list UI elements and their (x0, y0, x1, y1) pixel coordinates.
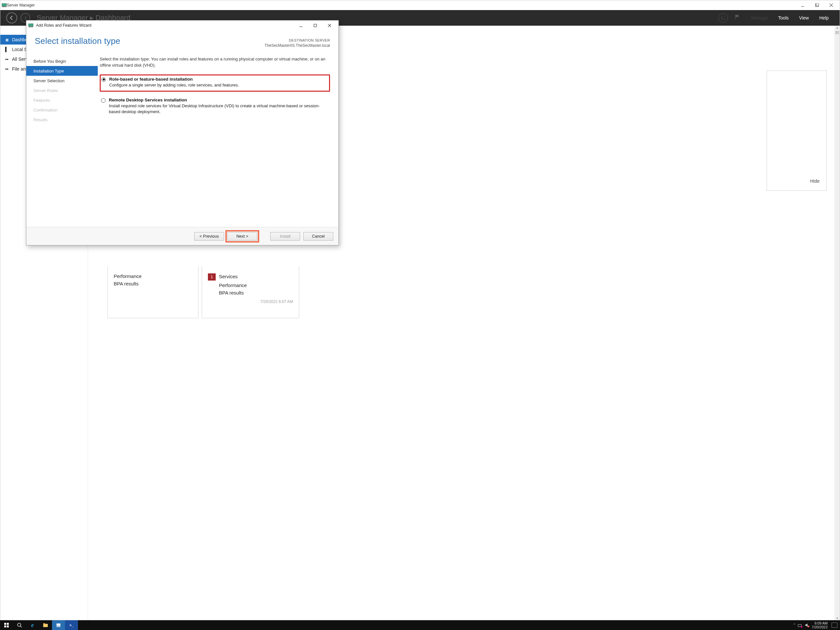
install-button: Install (270, 232, 300, 241)
step-server-selection[interactable]: Server Selection (26, 76, 98, 85)
dialog-title: Add Roles and Features Wizard (36, 23, 91, 28)
svg-rect-7 (28, 24, 33, 26)
add-roles-wizard-dialog: Add Roles and Features Wizard Select ins… (26, 20, 339, 245)
svg-rect-8 (28, 26, 33, 27)
step-features: Features (26, 95, 98, 105)
step-before-you-begin[interactable]: Before You Begin (26, 56, 98, 66)
tile-left-bpa[interactable]: BPA results (114, 281, 192, 287)
svg-rect-10 (314, 24, 316, 27)
dialog-close-button[interactable] (322, 21, 336, 30)
cancel-button[interactable]: Cancel (303, 232, 333, 241)
installation-type-radio-group: Role-based or feature-based installation… (100, 74, 330, 118)
svg-rect-0 (2, 3, 6, 6)
file-storage-icon: ▪▪ (4, 66, 9, 71)
dialog-titlebar[interactable]: Add Roles and Features Wizard (26, 21, 338, 30)
radio-role-based-input[interactable] (101, 78, 106, 82)
local-server-icon (4, 47, 9, 52)
tile-left[interactable]: Performance BPA results (107, 266, 199, 309)
radio-rds-label: Remote Desktop Services installation (109, 98, 329, 102)
dialog-minimize-button[interactable] (294, 21, 308, 30)
destination-server-name: TheSecMasterIIS.TheSecMaster.local (265, 43, 330, 48)
radio-role-based[interactable]: Role-based or feature-based installation… (100, 74, 330, 92)
tile-right-services-row[interactable]: 1Services (208, 273, 293, 280)
step-installation-type[interactable]: Installation Type (26, 66, 98, 76)
tile-right[interactable]: 1Services Performance BPA results 7/20/2… (202, 266, 299, 309)
tile-right-performance[interactable]: Performance (208, 282, 293, 288)
step-results: Results (26, 115, 98, 125)
role-tiles-row: Performance BPA results 1Services Perfor… (107, 266, 412, 309)
tile-right-services: Services (219, 274, 238, 279)
main-titlebar[interactable]: Server Manager (0, 0, 412, 10)
tile-right-time: 7/20/2022 6:07 AM (208, 299, 293, 304)
all-servers-icon: ▪▪ (4, 57, 9, 62)
step-confirmation: Confirmation (26, 105, 98, 115)
tile-left-performance[interactable]: Performance (114, 273, 192, 279)
dialog-header: Select installation type DESTINATION SER… (26, 30, 338, 48)
radio-rds-input[interactable] (101, 98, 106, 103)
radio-rds-desc: Install required role services for Virtu… (109, 103, 329, 115)
step-server-roles: Server Roles (26, 85, 98, 95)
next-button[interactable]: Next > (227, 232, 257, 241)
wizard-steps-nav: Before You Begin Installation Type Serve… (26, 56, 98, 227)
destination-server-info: DESTINATION SERVER TheSecMasterIIS.TheSe… (265, 36, 330, 48)
server-manager-icon (2, 3, 7, 8)
destination-server-label: DESTINATION SERVER (265, 38, 330, 43)
dashboard-icon (4, 37, 9, 42)
dialog-maximize-button[interactable] (308, 21, 322, 30)
radio-rds[interactable]: Remote Desktop Services installation Ins… (100, 96, 330, 118)
main-title: Server Manager (7, 3, 35, 8)
previous-button[interactable]: < Previous (194, 232, 224, 241)
intro-text: Select the installation type. You can in… (100, 56, 330, 69)
svg-rect-1 (2, 6, 6, 7)
error-badge: 1 (208, 273, 216, 280)
radio-role-based-desc: Configure a single server by adding role… (109, 82, 328, 88)
wizard-icon (28, 23, 33, 28)
tile-right-bpa[interactable]: BPA results (208, 290, 293, 296)
radio-role-based-label: Role-based or feature-based installation (109, 77, 328, 82)
dialog-content: Select the installation type. You can in… (98, 56, 338, 227)
dialog-body: Before You Begin Installation Type Serve… (26, 48, 338, 227)
dialog-heading: Select installation type (35, 36, 120, 46)
dialog-footer: < Previous Next > Install Cancel (26, 227, 338, 245)
nav-back-button[interactable] (6, 13, 17, 24)
